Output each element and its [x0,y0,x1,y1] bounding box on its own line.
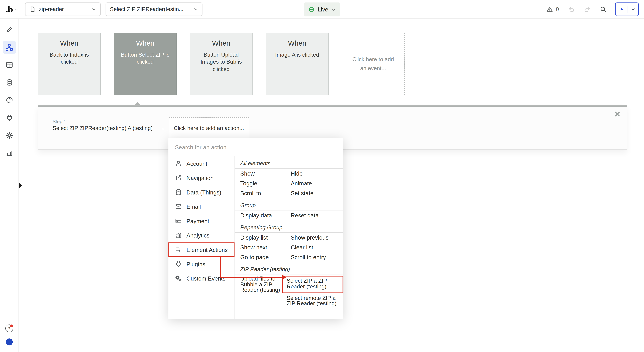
action-item-scroll-to-entry[interactable]: Scroll to entry [291,252,343,262]
user-icon [175,160,182,167]
avatar[interactable] [6,339,13,346]
chevron-down-icon [331,7,336,12]
event-card-subtitle: Button Select ZIP is clicked [114,51,176,65]
action-search-row [168,138,343,156]
event-card-button-upload-images[interactable]: When Button Upload Images to Bub is clic… [190,33,253,95]
sidebar-item-logs[interactable] [3,147,16,160]
add-event-label: Click here to add an event... [342,55,404,73]
action-item-go-to-page[interactable]: Go to page [240,252,291,262]
action-item-upload-files-to-bubble[interactable]: Upload files to Bubble a ZIP Reader (tes… [240,276,287,293]
action-item-reset-data[interactable]: Reset data [291,210,343,220]
action-item-select-zip[interactable]: Select ZIP a ZIP Reader (testing) [283,276,343,293]
action-item-set-state[interactable]: Set state [291,188,343,198]
close-icon[interactable]: ✕ [614,110,620,118]
app-dropdown[interactable]: zip-reader [25,2,100,16]
bubble-logo[interactable]: .b [6,4,18,14]
help-button[interactable]: ? [5,325,13,332]
help-icon: ? [8,326,11,331]
action-item-hide[interactable]: Hide [291,169,343,178]
gear-icon [6,132,13,139]
credit-card-icon [175,217,182,224]
workflow-icon [5,43,13,51]
action-section-zip-reader: ZIP Reader (testing) Upload files to Bub… [235,262,343,307]
sidebar-item-workflow[interactable] [3,41,16,54]
plug-icon [175,260,182,267]
event-card-back-to-index[interactable]: When Back to Index is clicked [38,33,100,95]
action-item-display-list[interactable]: Display list [240,233,291,242]
action-picker-menu: Account Navigation Data (Things) Email [168,138,343,319]
event-card-subtitle: Button Upload Images to Bub is clicked [190,51,252,72]
file-icon [29,6,36,12]
add-event-card[interactable]: Click here to add an event... [342,33,404,95]
app-dropdown-value: zip-reader [39,6,88,12]
action-category-email[interactable]: Email [168,199,235,214]
workflow-canvas: When Back to Index is clicked When Butto… [19,19,644,352]
action-item-display-data[interactable]: Display data [240,210,291,220]
action-category-navigation[interactable]: Navigation [168,171,235,185]
sidebar-bottom: ? [5,325,13,352]
section-header: Group [235,198,343,210]
action-item-animate[interactable]: Animate [291,178,343,188]
event-card-subtitle: Back to Index is clicked [38,51,100,65]
action-category-label: Analytics [186,232,210,239]
action-category-plugins[interactable]: Plugins [168,257,235,271]
navigation-icon [175,174,182,181]
action-item-scroll-to[interactable]: Scroll to [240,188,291,198]
action-category-data-things[interactable]: Data (Things) [168,185,235,199]
action-item-toggle[interactable]: Toggle [240,178,291,188]
chevron-down-icon [14,7,18,11]
undo-icon [568,5,575,13]
section-header: Repeating Group [235,220,343,232]
action-category-label: Account [186,160,207,167]
action-category-label: Navigation [186,175,214,181]
action-category-account[interactable]: Account [168,156,235,171]
action-category-label: Custom Events [186,275,226,282]
topbar: .b zip-reader Select ZIP ZIPReader(testi… [0,0,644,19]
section-header: All elements [235,158,343,168]
step-label: Step 1 [52,119,153,124]
sidebar-item-plugins[interactable] [3,111,16,124]
undo-button[interactable] [568,5,575,13]
action-items-column: All elements Show Hide Toggle Animate Sc… [235,156,343,319]
arrow-right-icon: → [157,123,166,133]
sidebar-item-data[interactable] [3,76,16,89]
preview-button[interactable] [615,2,639,16]
sidebar-expand-handle[interactable] [19,182,22,188]
action-category-label: Payment [186,218,209,224]
analytics-icon [175,232,182,239]
sidebar-item-settings[interactable] [3,129,16,142]
workflow-dropdown[interactable]: Select ZIP ZIPReader(testin... [106,2,202,16]
event-card-image-a[interactable]: When Image A is clicked [266,33,329,95]
search-button[interactable] [600,6,606,13]
layout-icon [6,61,13,69]
action-category-payment[interactable]: Payment [168,214,235,228]
database-icon [6,79,13,86]
palette-icon [6,96,13,104]
action-item-show-previous[interactable]: Show previous [291,233,343,242]
play-icon [618,6,624,12]
gears-icon [175,275,182,282]
sidebar-item-styles[interactable] [3,94,16,107]
action-item-show[interactable]: Show [240,169,291,178]
environment-selector[interactable]: Live [304,2,340,16]
action-item-clear-list[interactable]: Clear list [291,242,343,252]
action-item-select-remote-zip[interactable]: Select remote ZIP a ZIP Reader (testing) [287,295,343,306]
issues-indicator[interactable]: 0 [546,6,559,13]
chevron-down-icon [193,7,198,11]
action-section-repeating-group: Repeating Group Display list Show previo… [235,220,343,262]
redo-button[interactable] [584,5,591,13]
plug-icon [6,114,13,122]
action-category-custom-events[interactable]: Custom Events [168,271,235,285]
action-category-label: Plugins [186,261,206,267]
action-item-show-next[interactable]: Show next [240,242,291,252]
add-action-box[interactable]: Click here to add an action... [169,117,249,139]
sidebar-item-design[interactable] [3,23,16,36]
preview-divider [628,5,628,13]
action-category-label: Element Actions [186,246,228,253]
action-category-element-actions[interactable]: Element Actions [168,242,235,257]
action-search-input[interactable] [175,144,336,150]
event-card-button-select-zip[interactable]: When Button Select ZIP is clicked [114,33,177,95]
sidebar-item-layout[interactable] [3,58,16,71]
action-category-analytics[interactable]: Analytics [168,228,235,242]
element-actions-icon [175,246,182,253]
